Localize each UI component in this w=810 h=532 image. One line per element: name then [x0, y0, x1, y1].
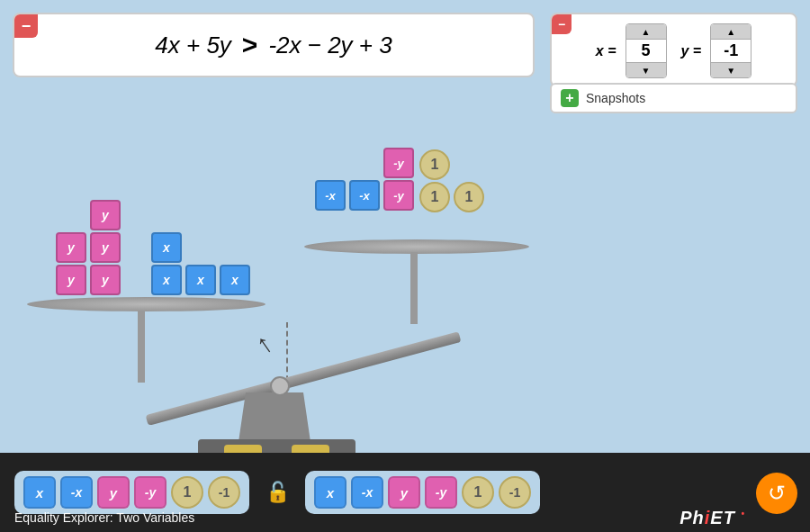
tray-x-left[interactable]: x [23, 476, 56, 509]
eq-right: -2x − 2y + 3 [268, 32, 392, 59]
bottom-title: Equality Explorer: Two Variables [14, 510, 194, 525]
snapshots-plus-icon: + [561, 89, 579, 107]
lock-button[interactable]: 🔓 [260, 475, 294, 509]
phet-ph: Ph [680, 508, 705, 527]
block-x-r2c4[interactable]: x [220, 265, 250, 295]
block-nx-r1c1[interactable]: -x [349, 180, 380, 211]
circle-one-r1b[interactable]: 1 [454, 182, 484, 212]
equation-text: 4x + 5y > -2x − 2y + 3 [155, 30, 392, 60]
right-tray: x -x y -y 1 -1 [305, 471, 540, 514]
phet-dots: • [741, 509, 745, 518]
variables-panel: − x = ▲ 5 ▼ y = ▲ -1 ▼ [550, 13, 797, 87]
tray-y-right[interactable]: y [388, 476, 420, 509]
tray-ny-left[interactable]: -y [134, 476, 166, 509]
phet-logo: PhiET • [680, 508, 745, 528]
x-up-button[interactable]: ▲ [626, 24, 666, 39]
vars-minus-button[interactable]: − [552, 14, 572, 34]
y-label: y = [681, 43, 702, 59]
x-value: 5 [626, 39, 666, 63]
tray-nx-right[interactable]: -x [351, 476, 383, 509]
circle-one-r0[interactable]: 1 [419, 149, 450, 180]
snapshots-button[interactable]: + Snapshots [550, 83, 797, 113]
block-y-r1c0[interactable]: y [56, 232, 86, 263]
block-x-r2c3[interactable]: x [185, 265, 216, 295]
block-y-top[interactable]: y [90, 200, 121, 230]
y-down-button[interactable]: ▼ [711, 63, 751, 77]
bottom-toolbar: x -x y -y 1 -1 🔓 x -x y -y 1 -1 Equality… [0, 453, 810, 532]
tray-one-right[interactable]: 1 [462, 476, 494, 509]
left-pan [27, 297, 266, 311]
block-y-r2c1[interactable]: y [90, 265, 121, 295]
tray-x-right[interactable]: x [314, 476, 346, 509]
eq-minus-button[interactable]: − [14, 14, 38, 38]
block-ny-r0[interactable]: -y [383, 148, 414, 178]
block-nx-r1c0[interactable]: -x [315, 180, 346, 211]
tray-neg-one-left[interactable]: -1 [208, 476, 240, 509]
tray-y-left[interactable]: y [97, 476, 130, 509]
block-x-r1c2[interactable]: x [151, 232, 182, 263]
y-value: -1 [711, 39, 751, 63]
tray-neg-one-right[interactable]: -1 [499, 476, 531, 509]
scale-area: y y y x y y x x x -y 1 -x -x -y 1 1 ↑ [0, 126, 810, 453]
fulcrum [238, 392, 310, 442]
circle-one-r1a[interactable]: 1 [419, 182, 450, 212]
tray-one-left[interactable]: 1 [171, 476, 203, 509]
equation-panel: − 4x + 5y > -2x − 2y + 3 [13, 13, 535, 77]
y-spinner[interactable]: ▲ -1 ▼ [710, 23, 752, 78]
tray-ny-right[interactable]: -y [425, 476, 457, 509]
eq-operator: > [242, 30, 258, 60]
phet-et: ET [710, 508, 735, 527]
left-pan-stand [138, 311, 145, 383]
eq-left: 4x + 5y [155, 32, 231, 59]
right-pan-stand [410, 252, 418, 324]
snapshots-label: Snapshots [586, 91, 645, 105]
balance-arrow: ↑ [250, 328, 279, 360]
block-x-r2c2[interactable]: x [151, 265, 182, 295]
x-spinner[interactable]: ▲ 5 ▼ [626, 23, 667, 78]
refresh-button[interactable]: ↺ [756, 473, 797, 514]
y-up-button[interactable]: ▲ [711, 24, 751, 39]
x-down-button[interactable]: ▼ [626, 63, 666, 77]
left-tray: x -x y -y 1 -1 [14, 471, 249, 514]
block-y-r2c0[interactable]: y [56, 265, 86, 295]
block-ny-r1[interactable]: -y [383, 180, 414, 211]
pivot-circle [270, 376, 290, 396]
block-y-r1c1[interactable]: y [90, 232, 121, 263]
tray-nx-left[interactable]: -x [60, 476, 93, 509]
x-label: x = [596, 43, 616, 59]
